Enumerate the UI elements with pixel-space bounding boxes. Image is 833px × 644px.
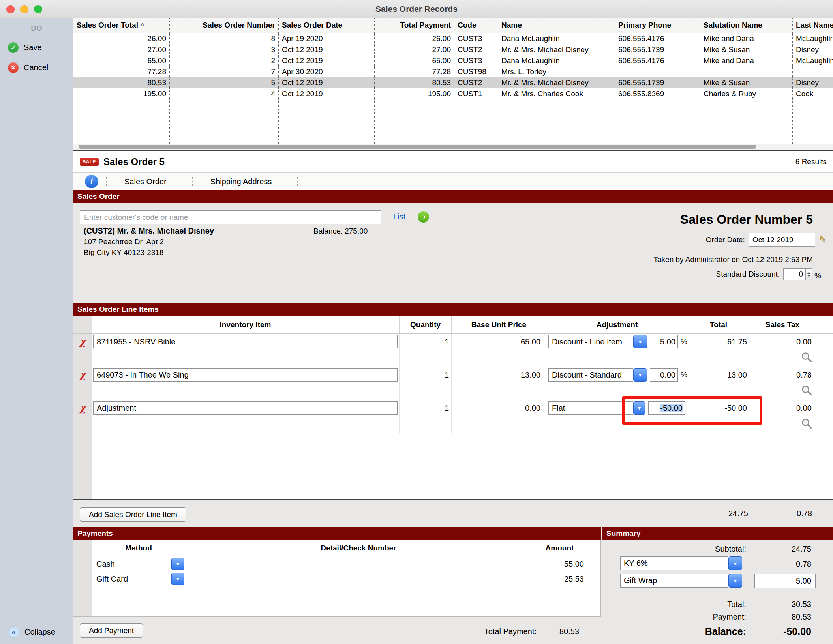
- discount-stepper[interactable]: [806, 268, 812, 280]
- column-header-name[interactable]: Name: [498, 18, 615, 33]
- magnifier-icon[interactable]: [801, 384, 812, 396]
- cell-code: CUST3: [454, 55, 498, 66]
- table-row[interactable]: 195.00 4 Oct 12 2019 195.00 CUST1 Mr. & …: [73, 88, 833, 99]
- total-label: Total:: [616, 600, 746, 609]
- cell-code: CUST2: [454, 44, 498, 55]
- payment-detail-field[interactable]: [186, 556, 531, 571]
- adjustment-dropdown-button[interactable]: ▾: [633, 401, 645, 415]
- magnifier-icon[interactable]: [801, 417, 812, 429]
- order-date-field[interactable]: [749, 233, 815, 247]
- standard-discount-field[interactable]: [783, 268, 806, 280]
- quantity-field[interactable]: 1: [400, 334, 452, 350]
- go-arrow-icon[interactable]: ➔: [418, 211, 429, 223]
- delete-line-icon[interactable]: χ: [73, 334, 92, 350]
- table-row-selected[interactable]: 80.53 5 Oct 12 2019 80.53 CUST2 Mr. & Mr…: [73, 77, 833, 88]
- payment-detail-field[interactable]: [186, 571, 531, 586]
- payment-method-field[interactable]: Cash: [93, 558, 171, 570]
- column-header-primary-phone[interactable]: Primary Phone: [615, 18, 700, 33]
- inventory-item-field[interactable]: 649073 - In Thee We Sing: [93, 368, 398, 382]
- method-dropdown-button[interactable]: ▾: [171, 558, 184, 570]
- record-header-bar: SALE Sales Order 5 6 Results: [73, 151, 833, 173]
- cell-date: Oct 12 2019: [279, 88, 375, 99]
- column-header-salutation-name[interactable]: Salutation Name: [700, 18, 793, 33]
- cell-salutation: [700, 66, 793, 77]
- horizontal-scrollbar-track[interactable]: [73, 144, 833, 150]
- customer-name: (CUST2) Mr. & Mrs. Michael Disney: [84, 227, 214, 236]
- close-window-button[interactable]: [6, 5, 15, 13]
- add-line-item-button[interactable]: Add Sales Order Line Item: [80, 507, 186, 522]
- cell-number: 3: [170, 44, 279, 55]
- payment-amount-field[interactable]: 55.00: [531, 556, 588, 571]
- giftwrap-dropdown[interactable]: Gift Wrap ▾: [620, 574, 742, 588]
- giftwrap-option-field[interactable]: Gift Wrap: [620, 574, 728, 588]
- tax-dropdown[interactable]: KY 6% ▾: [620, 556, 742, 571]
- collapse-button[interactable]: « Collapse: [8, 626, 55, 638]
- cell-phone: 606.555.1739: [615, 44, 700, 55]
- adjustment-dropdown-button[interactable]: ▾: [633, 368, 647, 382]
- cell-salutation: Mike and Dana: [700, 33, 793, 44]
- column-header-total-payment[interactable]: Total Payment: [375, 18, 454, 33]
- tab-divider: [297, 177, 298, 186]
- table-row[interactable]: 27.00 3 Oct 12 2019 27.00 CUST2 Mr. & Mr…: [73, 44, 833, 55]
- sale-badge-icon: SALE: [80, 158, 99, 166]
- add-payment-button[interactable]: Add Payment: [80, 623, 143, 638]
- delete-line-icon[interactable]: χ: [73, 367, 92, 383]
- payment-method-field[interactable]: Gift Card: [93, 573, 171, 585]
- tax-option-field[interactable]: KY 6%: [620, 556, 728, 570]
- adjustment-value-field[interactable]: 5.00: [650, 335, 678, 348]
- cell-name: Mrs. L. Torley: [498, 66, 615, 77]
- column-header-sales-order-date[interactable]: Sales Order Date: [279, 18, 375, 33]
- base-unit-price-field[interactable]: 65.00: [452, 334, 546, 350]
- customer-search-input[interactable]: [80, 210, 381, 224]
- minimize-window-button[interactable]: [20, 5, 28, 13]
- method-dropdown-button[interactable]: ▾: [171, 573, 184, 585]
- horizontal-scrollbar-thumb[interactable]: [79, 145, 756, 149]
- inventory-item-field[interactable]: 8711955 - NSRV Bible: [93, 335, 398, 348]
- balance-label: Balance:: [616, 626, 746, 637]
- tab-sales-order[interactable]: Sales Order: [107, 177, 184, 186]
- info-icon[interactable]: i: [85, 175, 98, 188]
- table-row[interactable]: 77.28 7 Apr 30 2020 77.28 CUST98 Mrs. L.…: [73, 66, 833, 77]
- cell-phone: 606.555.8369: [615, 88, 700, 99]
- tab-bar: i Sales Order Shipping Address: [73, 173, 833, 190]
- cell-total: 27.00: [73, 44, 170, 55]
- base-unit-price-field[interactable]: 13.00: [452, 367, 546, 383]
- giftwrap-dropdown-button[interactable]: ▾: [728, 574, 742, 588]
- save-button[interactable]: ✓ Save: [0, 42, 73, 53]
- delete-line-icon[interactable]: χ: [73, 400, 92, 416]
- tab-shipping-address[interactable]: Shipping Address: [193, 177, 290, 186]
- inventory-item-field[interactable]: Adjustment: [93, 401, 398, 415]
- column-header-last-name[interactable]: Last Name: [793, 18, 833, 33]
- payment-amount-field[interactable]: 25.53: [531, 571, 588, 586]
- tax-dropdown-button[interactable]: ▾: [728, 556, 742, 570]
- adjustment-value-field[interactable]: -50.00: [648, 401, 685, 415]
- percent-label: %: [814, 271, 821, 280]
- column-header-sales-order-number[interactable]: Sales Order Number: [170, 18, 279, 33]
- table-row[interactable]: 26.00 8 Apr 19 2020 26.00 CUST3 Dana McL…: [73, 33, 833, 44]
- adjustment-type-field[interactable]: Discount - Standard: [548, 368, 633, 382]
- column-header-sales-order-total[interactable]: Sales Order Total^: [73, 18, 170, 33]
- column-header-code[interactable]: Code: [454, 18, 498, 33]
- adjustment-value-field[interactable]: 0.00: [650, 368, 678, 382]
- quantity-field[interactable]: 1: [400, 367, 452, 383]
- table-row[interactable]: 65.00 2 Oct 12 2019 65.00 CUST3 Dana McL…: [73, 55, 833, 66]
- adjustment-type-field[interactable]: Discount - Line Item: [548, 335, 633, 348]
- title-bar: Sales Order Records: [0, 0, 833, 19]
- base-unit-price-field[interactable]: 0.00: [452, 400, 546, 416]
- results-count: 6 Results: [795, 157, 827, 166]
- date-picker-icon[interactable]: ✎: [819, 234, 827, 245]
- column-header-quantity: Quantity: [400, 316, 452, 333]
- adjustment-dropdown-button[interactable]: ▾: [633, 335, 647, 348]
- record-title: Sales Order 5: [103, 156, 165, 167]
- cell-number: 8: [170, 33, 279, 44]
- list-link[interactable]: List: [393, 212, 405, 221]
- magnifier-icon[interactable]: [801, 351, 812, 363]
- order-date-label: Order Date:: [706, 236, 745, 244]
- cancel-x-icon: ✕: [8, 62, 19, 73]
- quantity-field[interactable]: 1: [400, 400, 452, 416]
- adjustment-type-field[interactable]: Flat: [548, 401, 633, 415]
- payments-table: Method Detail/Check Number Amount χ Cash…: [73, 540, 601, 616]
- cancel-button[interactable]: ✕ Cancel: [0, 62, 73, 73]
- zoom-window-button[interactable]: [34, 5, 42, 13]
- giftwrap-amount-field[interactable]: [754, 574, 816, 588]
